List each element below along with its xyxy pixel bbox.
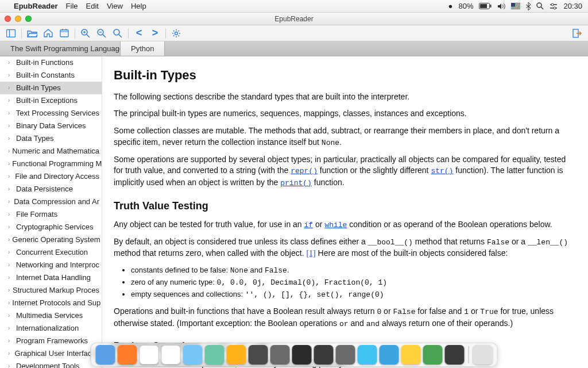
sidebar-item[interactable]: ›Built-in Functions (0, 56, 102, 69)
repr-link[interactable]: repr() (291, 167, 318, 175)
chevron-right-icon: › (8, 235, 10, 245)
dock-app[interactable] (401, 345, 421, 365)
sidebar-item[interactable]: ›Cryptographic Services (0, 221, 102, 233)
tab-swift[interactable]: The Swift Programming Language … (0, 41, 121, 56)
bluetooth-icon[interactable] (526, 2, 531, 10)
print-link[interactable]: print() (280, 179, 312, 187)
dock-app[interactable] (314, 345, 334, 365)
paragraph: The following sections describe the stan… (114, 91, 577, 103)
zoom-window-button[interactable] (25, 16, 32, 22)
sidebar-item[interactable]: ›Graphical User Interfaces (0, 347, 102, 360)
date-page-button[interactable] (57, 27, 72, 40)
menu-file[interactable]: File (66, 2, 78, 10)
sidebar-toggle-button[interactable] (3, 27, 18, 40)
sidebar-item[interactable]: ›Data Compression and Ar (0, 195, 102, 208)
prev-page-button[interactable]: < (131, 27, 146, 40)
sidebar-item-label: Graphical User Interfaces (15, 348, 99, 359)
zoom-in-button[interactable] (78, 27, 93, 40)
svg-rect-2 (490, 5, 492, 7)
clock[interactable]: 20:30 (563, 2, 582, 10)
sidebar-item[interactable]: ›Data Types (0, 132, 102, 145)
menu-view[interactable]: View (107, 2, 123, 10)
app-toolbar: < > (0, 25, 588, 41)
sidebar-item-label: Internet Protocols and Sup (12, 298, 100, 308)
sidebar-item-label: Text Processing Services (16, 108, 99, 118)
mac-dock[interactable] (91, 343, 498, 367)
sidebar-item[interactable]: ›Structured Markup Proces (0, 284, 102, 297)
chevron-right-icon: › (8, 70, 14, 80)
dock-app[interactable] (205, 345, 225, 365)
sidebar-item[interactable]: ›Data Persistence (0, 183, 102, 195)
home-button[interactable] (41, 27, 56, 40)
sidebar-item[interactable]: ›Concurrent Execution (0, 246, 102, 259)
chevron-right-icon: › (8, 247, 14, 258)
dock-app[interactable] (270, 345, 290, 365)
chevron-right-icon: › (8, 121, 14, 131)
section-heading: Truth Value Testing (114, 199, 577, 213)
sidebar-item[interactable]: ›Functional Programming M (0, 158, 102, 170)
svg-rect-16 (7, 29, 16, 37)
next-page-button[interactable]: > (148, 27, 163, 40)
app-name[interactable]: EpubReader (14, 2, 58, 10)
sidebar-item[interactable]: ›Built-in Exceptions (0, 94, 102, 107)
dock-app[interactable] (336, 345, 355, 365)
sidebar-item[interactable]: ›Binary Data Services (0, 120, 102, 132)
sidebar-item-label: Data Compression and Ar (14, 197, 99, 207)
mac-menubar: EpubReader File Edit View Help ● 80% 20:… (0, 0, 588, 13)
dock-app[interactable] (380, 345, 399, 365)
sidebar-item[interactable]: ›Text Processing Services (0, 107, 102, 120)
open-file-button[interactable] (25, 27, 40, 40)
sidebar-item[interactable]: ›Numeric and Mathematica (0, 145, 102, 158)
sidebar-item[interactable]: ›Development Tools (0, 360, 102, 368)
sidebar-item[interactable]: ›Internet Data Handling (0, 271, 102, 284)
sidebar-item[interactable]: ›Built-in Types (0, 82, 102, 94)
sidebar-item[interactable]: ›Program Frameworks (0, 335, 102, 347)
menu-edit[interactable]: Edit (86, 2, 99, 10)
sidebar-item-label: Multimedia Services (16, 310, 83, 321)
sidebar-item[interactable]: ›Networking and Interproc (0, 259, 102, 271)
dock-app[interactable] (96, 345, 115, 365)
svg-rect-1 (480, 4, 487, 8)
list-item: zero of any numeric type: 0, 0.0, 0j, De… (131, 277, 577, 288)
while-link[interactable]: while (324, 221, 347, 229)
sidebar-item[interactable]: ›Internationalization (0, 322, 102, 335)
settings-button[interactable] (169, 27, 184, 40)
dock-app[interactable] (423, 345, 443, 365)
footnote-ref[interactable]: [1] (306, 249, 315, 258)
tab-python[interactable]: Python (121, 41, 165, 56)
battery-text[interactable]: 80% (458, 2, 473, 10)
sidebar-item[interactable]: ›Built-in Constants (0, 69, 102, 82)
sidebar-item[interactable]: ›File and Directory Access (0, 170, 102, 183)
content-area[interactable]: Built-in Types The following sections de… (102, 56, 588, 368)
dock-app[interactable] (249, 345, 268, 365)
dock-app[interactable] (161, 345, 181, 365)
flag-icon[interactable] (511, 3, 520, 9)
false-values-list: constants defined to be false: None and … (131, 265, 577, 301)
dock-app[interactable] (473, 345, 493, 365)
search-icon[interactable] (536, 2, 544, 10)
dock-app[interactable] (183, 345, 203, 365)
sidebar-item[interactable]: ›File Formats (0, 208, 102, 221)
dock-app[interactable] (118, 345, 137, 365)
dock-app[interactable] (358, 345, 377, 365)
sidebar-item[interactable]: ›Multimedia Services (0, 309, 102, 322)
sidebar-item-label: Internationalization (16, 323, 79, 334)
control-center-icon[interactable] (550, 3, 558, 10)
volume-icon[interactable] (497, 3, 505, 10)
chevron-right-icon: › (8, 57, 14, 68)
sidebar-item[interactable]: ›Internet Protocols and Sup (0, 297, 102, 309)
zoom-reset-button[interactable] (110, 27, 125, 40)
sidebar[interactable]: ›Built-in Functions›Built-in Constants›B… (0, 56, 102, 368)
minimize-window-button[interactable] (15, 16, 21, 22)
dock-app[interactable] (445, 345, 465, 365)
dock-app[interactable] (227, 345, 246, 365)
zoom-out-button[interactable] (94, 27, 109, 40)
exit-button[interactable] (570, 27, 585, 40)
str-link[interactable]: str() (431, 167, 453, 175)
if-link[interactable]: if (304, 221, 314, 229)
dock-app[interactable] (140, 345, 159, 365)
dock-app[interactable] (292, 345, 312, 365)
close-window-button[interactable] (5, 16, 11, 22)
sidebar-item[interactable]: ›Generic Operating System (0, 233, 102, 246)
menu-help[interactable]: Help (131, 2, 146, 10)
